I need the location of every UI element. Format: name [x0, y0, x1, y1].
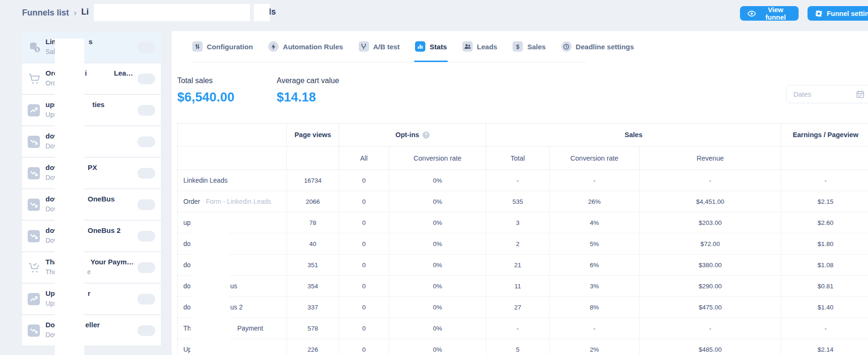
earnings-cell: $2.60	[781, 212, 868, 233]
item-menu-button[interactable]	[137, 325, 155, 336]
view-funnel-button[interactable]: View funnel	[740, 6, 799, 21]
bars-icon	[415, 41, 425, 52]
tab-a-b-test[interactable]: A/B test	[359, 31, 400, 62]
tab-label: A/B test	[373, 43, 400, 51]
item-menu-button[interactable]	[137, 136, 155, 147]
funnel-settings-button[interactable]: Funnel settings	[808, 6, 868, 21]
chart-down-icon	[28, 167, 40, 179]
breadcrumb-funnels-list[interactable]: Funnels list	[22, 8, 69, 18]
tab-label: Automation Rules	[283, 43, 343, 51]
optin-conversion-subheader: Conversion rate	[389, 147, 486, 170]
sales-conversion-cell: -	[550, 318, 640, 339]
optins-all-cell: 0	[339, 212, 389, 233]
optin-conversion-cell: 0%	[389, 233, 486, 254]
earnings-cell: $1.80	[781, 233, 868, 254]
sidebar-item-4[interactable]: dov Dov	[22, 126, 161, 158]
text-fragment: us 2	[230, 303, 242, 311]
earnings-cell: $1.40	[781, 297, 868, 317]
item-menu-button[interactable]	[137, 262, 155, 273]
tab-automation-rules[interactable]: Automation Rules	[268, 31, 343, 62]
text-fragment: OneBus 2	[88, 226, 121, 234]
redaction-box	[55, 39, 84, 355]
split-icon	[359, 41, 369, 52]
item-menu-button[interactable]	[137, 168, 155, 178]
revenue-cell: -	[640, 318, 781, 339]
earnings-cell: $2.15	[781, 191, 868, 212]
sales-total-cell: 3	[486, 212, 550, 233]
item-menu-button[interactable]	[137, 293, 155, 304]
text-fragment: do	[183, 240, 191, 247]
tab-sales[interactable]: $ Sales	[513, 31, 545, 62]
table-group-header-row: Page views Opt-ins ? Sales Earnings / Pa…	[178, 123, 868, 147]
sidebar-item-2[interactable]: OrciLea… Orc	[22, 63, 161, 95]
sales-total-cell: 5	[486, 339, 550, 355]
earnings-cell: $1.08	[781, 255, 868, 275]
revenue-cell: $475.00	[640, 297, 781, 317]
text-fragment: do	[183, 282, 191, 290]
bolt-icon	[268, 41, 279, 52]
page-views-header: Page views	[287, 123, 339, 146]
sales-conversion-cell: 4%	[550, 212, 640, 233]
item-menu-button[interactable]	[137, 199, 155, 210]
revenue-cell: -	[640, 170, 781, 191]
cart-check-icon	[28, 261, 42, 275]
opt-ins-header: Opt-ins ?	[339, 123, 486, 146]
cart-icon	[28, 72, 42, 86]
total-subheader: Total	[486, 147, 550, 170]
sidebar-item-3[interactable]: upsties Ups	[22, 95, 161, 126]
revenue-subheader: Revenue	[640, 147, 781, 170]
sidebar-item-1[interactable]: $ Lins Sal	[22, 32, 161, 63]
empty-header-cell	[178, 123, 287, 146]
page-views-cell: 2066	[287, 191, 339, 212]
earnings-cell: -	[781, 170, 868, 191]
revenue-cell: $72.00	[640, 233, 781, 254]
sales-total-cell: -	[486, 170, 550, 191]
help-icon[interactable]: ?	[423, 131, 430, 139]
table-row: Order Form - Linkedin Leads206600%53526%…	[178, 191, 868, 212]
calendar-icon[interactable]	[856, 90, 865, 99]
tab-configuration[interactable]: Configuration	[192, 31, 253, 62]
table-row: dous35400%113%$290.00$0.81	[178, 276, 868, 297]
funnel-settings-label: Funnel settings	[827, 10, 868, 17]
sidebar-item-9[interactable]: Upsr Ups	[22, 284, 161, 315]
main-panel: Configuration Automation Rules A/B test …	[172, 31, 868, 355]
sidebar-item-8[interactable]: ThaYour Paym… Thoe	[22, 252, 161, 284]
text-fragment: us	[230, 282, 237, 290]
table-row: ups7800%34%$203.00$2.60	[178, 212, 868, 233]
sales-conversion-cell: 8%	[550, 297, 640, 317]
text-fragment: s	[89, 38, 92, 46]
step-name-cell: Order Form - Linkedin Leads	[178, 191, 287, 212]
item-menu-button[interactable]	[137, 105, 155, 116]
tab-leads[interactable]: Leads	[462, 31, 497, 62]
item-menu-button[interactable]	[137, 73, 155, 84]
eye-icon	[747, 10, 756, 17]
sliders-icon	[192, 41, 203, 52]
sidebar-item-5[interactable]: dovPX Dov	[22, 158, 161, 189]
text-fragment: Linkedin Leads	[183, 177, 227, 184]
sales-header: Sales	[486, 123, 781, 146]
sidebar-item-6[interactable]: dovOneBus Dov	[22, 189, 161, 221]
optin-conversion-cell: 0%	[389, 212, 486, 233]
view-funnel-label: View funnel	[760, 6, 791, 21]
item-menu-button[interactable]	[137, 42, 155, 53]
page-views-cell: 337	[287, 297, 339, 317]
sales-total-cell: 535	[486, 191, 550, 212]
sidebar-item-10[interactable]: Doreller Dov	[22, 315, 161, 347]
sales-total-cell: 2	[486, 233, 550, 254]
dates-input[interactable]	[793, 90, 852, 99]
total-sales-value: $6,540.00	[177, 90, 234, 105]
gear-icon	[815, 10, 823, 17]
tab-bar: Configuration Automation Rules A/B test …	[192, 31, 586, 62]
item-menu-button[interactable]	[137, 231, 155, 241]
text-fragment: Order	[183, 198, 200, 205]
earnings-cell: $0.81	[781, 276, 868, 296]
tab-deadline-settings[interactable]: Deadline settings	[561, 31, 634, 62]
redaction-box	[94, 4, 250, 21]
chart-down-icon	[28, 136, 40, 148]
tab-stats[interactable]: Stats	[415, 31, 447, 62]
revenue-cell: $203.00	[640, 212, 781, 233]
sidebar-item-7[interactable]: dovOneBus 2 Dov	[22, 221, 161, 252]
text-fragment: do	[183, 303, 191, 311]
sales-conversion-subheader: Conversion rate	[550, 147, 640, 170]
chart-up-icon	[28, 104, 40, 116]
